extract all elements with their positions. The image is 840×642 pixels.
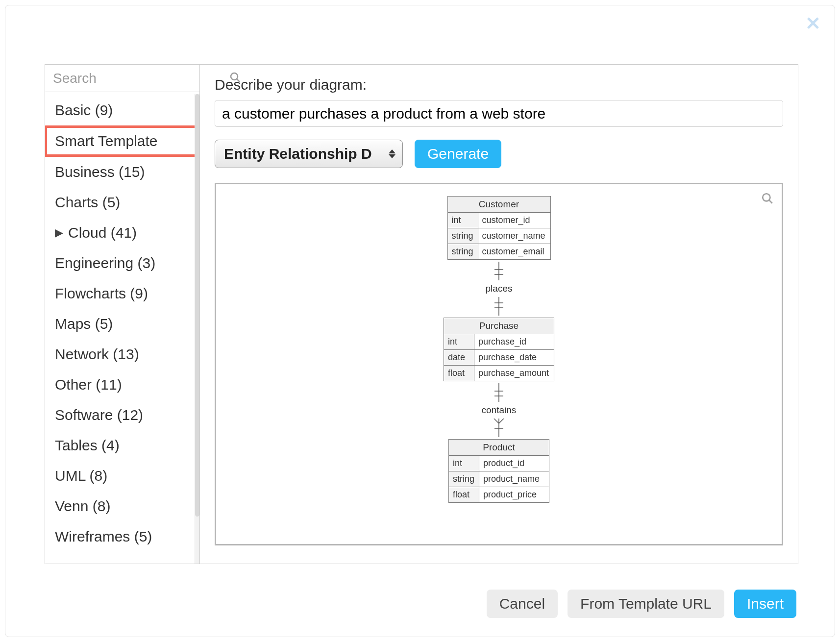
attr-type: int	[449, 456, 479, 471]
from-template-url-button[interactable]: From Template URL	[568, 590, 724, 618]
entity-table[interactable]: Customerintcustomer_idstringcustomer_nam…	[447, 196, 550, 260]
close-icon[interactable]: ✕	[805, 14, 821, 33]
category-item[interactable]: Maps (5)	[45, 309, 199, 339]
chevron-updown-icon	[389, 149, 395, 158]
generate-button[interactable]: Generate	[415, 140, 501, 168]
svg-point-2	[763, 194, 770, 201]
relationship-label: places	[486, 283, 513, 294]
relationship-connector: contains	[482, 383, 517, 437]
cardinality-icon	[492, 419, 506, 437]
svg-line-14	[494, 419, 499, 423]
entity-attr-row: stringcustomer_email	[447, 244, 550, 259]
entity-attr-row: intproduct_id	[449, 456, 549, 471]
attr-type: string	[447, 244, 478, 259]
expand-arrow-icon: ▶	[55, 218, 63, 248]
attr-type: float	[444, 366, 474, 381]
cardinality-icon	[492, 297, 506, 316]
search-icon[interactable]	[229, 72, 241, 85]
attr-type: float	[449, 487, 479, 502]
entity-attr-row: stringcustomer_name	[447, 228, 550, 244]
category-item[interactable]: UML (8)	[45, 461, 199, 491]
category-label: Venn (8)	[55, 491, 110, 521]
attr-name: customer_name	[478, 228, 550, 244]
attr-name: product_price	[479, 487, 549, 502]
diagram-type-select[interactable]: Entity Relationship D	[215, 140, 403, 168]
entity-attr-row: intcustomer_id	[447, 213, 550, 228]
category-item[interactable]: ▶Cloud (41)	[45, 218, 199, 248]
entity-title: Product	[449, 440, 549, 456]
entity-attr-row: floatproduct_price	[449, 487, 549, 502]
cardinality-icon	[492, 262, 506, 280]
entity-table[interactable]: Purchaseintpurchase_iddatepurchase_datef…	[444, 318, 554, 381]
category-label: Network (13)	[55, 339, 139, 370]
category-label: Software (12)	[55, 400, 143, 430]
category-item[interactable]: Network (13)	[45, 339, 199, 370]
svg-point-0	[231, 73, 238, 80]
zoom-icon[interactable]	[761, 192, 774, 207]
category-item[interactable]: Flowcharts (9)	[45, 278, 199, 309]
cardinality-icon	[492, 383, 506, 402]
svg-line-15	[499, 419, 504, 423]
relationship-label: contains	[482, 405, 517, 416]
category-label: Tables (4)	[55, 430, 120, 461]
category-item[interactable]: Engineering (3)	[45, 248, 199, 278]
category-label: UML (8)	[55, 461, 107, 491]
attr-name: customer_email	[478, 244, 549, 259]
attr-type: string	[447, 228, 478, 244]
svg-line-1	[237, 79, 240, 82]
category-label: Wireframes (5)	[55, 521, 152, 552]
search-input[interactable]	[52, 70, 229, 87]
category-label: Flowcharts (9)	[55, 278, 148, 309]
entity-table[interactable]: Productintproduct_idstringproduct_namefl…	[448, 439, 549, 503]
entity-attr-row: floatpurchase_amount	[444, 365, 554, 381]
attr-type: int	[444, 334, 474, 349]
main-panel: Describe your diagram: Entity Relationsh…	[200, 65, 798, 564]
entity-attr-row: stringproduct_name	[449, 471, 549, 487]
category-label: Charts (5)	[55, 187, 120, 218]
category-label: Engineering (3)	[55, 248, 155, 278]
category-sidebar: Basic (9)Smart TemplateBusiness (15)Char…	[45, 65, 200, 564]
attr-name: purchase_id	[474, 334, 544, 349]
category-label: Cloud (41)	[68, 218, 137, 248]
category-item[interactable]: Basic (9)	[45, 95, 199, 125]
prompt-label: Describe your diagram:	[215, 76, 783, 93]
sidebar-scrollbar[interactable]	[195, 94, 199, 564]
attr-type: int	[447, 213, 478, 228]
category-item[interactable]: Software (12)	[45, 400, 199, 430]
entity-title: Purchase	[444, 318, 554, 334]
category-item[interactable]: Wireframes (5)	[45, 521, 199, 552]
category-label: Maps (5)	[55, 309, 113, 339]
attr-name: purchase_date	[474, 350, 544, 365]
template-dialog: ✕ Basic (9)Smart TemplateBusiness (15)Ch…	[5, 5, 835, 637]
attr-name: product_id	[479, 456, 549, 471]
category-item[interactable]: Venn (8)	[45, 491, 199, 521]
attr-type: date	[444, 350, 474, 365]
category-label: Smart Template	[55, 128, 158, 154]
svg-line-3	[769, 200, 772, 203]
attr-type: string	[449, 471, 479, 487]
category-label: Business (15)	[55, 157, 145, 187]
relationship-connector: places	[486, 262, 513, 316]
entity-attr-row: intpurchase_id	[444, 334, 554, 349]
category-item[interactable]: Tables (4)	[45, 430, 199, 461]
attr-name: customer_id	[478, 213, 547, 228]
insert-button[interactable]: Insert	[734, 590, 796, 618]
attr-name: product_name	[479, 471, 549, 487]
category-item[interactable]: Business (15)	[45, 157, 199, 187]
entity-title: Customer	[447, 197, 550, 213]
entity-attr-row: datepurchase_date	[444, 349, 554, 365]
category-item[interactable]: Charts (5)	[45, 187, 199, 218]
category-item[interactable]: Smart Template	[45, 125, 199, 157]
dialog-footer: Cancel From Template URL Insert	[487, 590, 796, 618]
category-item[interactable]: Other (11)	[45, 370, 199, 400]
attr-name: purchase_amount	[474, 366, 554, 381]
category-label: Other (11)	[55, 370, 122, 400]
diagram-description-input[interactable]	[215, 100, 783, 127]
diagram-type-selected: Entity Relationship D	[224, 146, 372, 162]
cancel-button[interactable]: Cancel	[487, 590, 558, 618]
category-label: Basic (9)	[55, 95, 113, 125]
diagram-preview: Customerintcustomer_idstringcustomer_nam…	[215, 183, 783, 545]
